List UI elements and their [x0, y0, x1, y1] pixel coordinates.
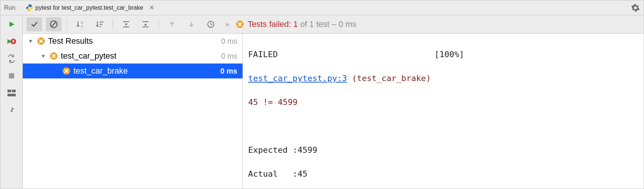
next-failed-button[interactable]	[184, 17, 199, 31]
run-tab[interactable]: pytest for test_car_pytest.test_car_brak…	[24, 0, 156, 15]
tree-test[interactable]: test_car_brake 0 ms	[23, 63, 243, 78]
tree-time: 0 ms	[220, 67, 237, 75]
svg-rect-13	[123, 27, 129, 27]
tree-module[interactable]: ▼ test_car_pytest 0 ms	[23, 49, 243, 63]
pin-button[interactable]	[6, 105, 17, 115]
svg-rect-6	[12, 90, 16, 92]
toggle-auto-test-button[interactable]	[6, 53, 17, 64]
console-line: [100%]	[434, 49, 464, 61]
tree-root[interactable]: ▼ Test Results 0 ms	[23, 34, 243, 49]
fail-icon	[50, 52, 58, 60]
sort-alpha-button[interactable]: az	[72, 17, 88, 31]
console-line: 45 != 4599	[248, 96, 297, 108]
stop-button[interactable]	[6, 71, 17, 81]
svg-point-1	[30, 10, 31, 10]
summary-time: – 0 ms	[329, 19, 356, 29]
tree-label: test_car_brake	[74, 66, 220, 76]
expand-all-button[interactable]	[118, 17, 134, 31]
fail-icon	[37, 37, 45, 45]
chevron-down-icon[interactable]: ▼	[28, 38, 35, 44]
tree-label: Test Results	[48, 36, 221, 46]
run-gutter: 9	[0, 15, 23, 189]
separator	[113, 19, 113, 30]
header: Run: pytest for test_car_pytest.test_car…	[0, 0, 644, 15]
run-button[interactable]	[6, 19, 17, 30]
sort-duration-button[interactable]	[92, 17, 107, 31]
rerun-failed-button[interactable]: 9	[6, 36, 17, 47]
collapse-all-button[interactable]	[138, 17, 153, 31]
console-line: Expected :4599	[248, 144, 317, 156]
svg-text:a: a	[81, 21, 83, 24]
console-output[interactable]: FAILED[100%] test_car_pytest.py:3 (test_…	[243, 34, 644, 189]
layout-button[interactable]	[6, 88, 17, 98]
chevron-right-icon[interactable]: »	[225, 21, 229, 28]
close-icon[interactable]: ✕	[149, 4, 154, 11]
svg-point-0	[28, 5, 29, 6]
summary-of: of 1 test	[298, 19, 329, 29]
separator	[159, 19, 159, 30]
run-tab-title: pytest for test_car_pytest.test_car_brak…	[35, 4, 143, 11]
run-label: Run:	[4, 4, 17, 11]
show-passed-button[interactable]	[26, 17, 42, 31]
tree-label: test_car_pytest	[61, 51, 221, 61]
svg-rect-12	[123, 21, 129, 22]
tree-time: 0 ms	[221, 52, 237, 61]
svg-text:z: z	[81, 24, 83, 28]
console-line: (test_car_brake)	[347, 72, 431, 84]
summary-prefix: Tests failed:	[248, 19, 293, 29]
file-link[interactable]: test_car_pytest.py:3	[248, 72, 347, 84]
svg-line-9	[51, 22, 56, 27]
history-button[interactable]	[203, 17, 219, 31]
svg-rect-15	[143, 27, 149, 27]
gear-icon[interactable]	[631, 3, 640, 12]
console-line: FAILED	[248, 49, 278, 61]
show-ignored-button[interactable]	[46, 17, 62, 31]
python-icon	[26, 4, 33, 12]
fail-icon	[236, 20, 244, 28]
svg-text:9: 9	[12, 39, 14, 44]
tree-time: 0 ms	[221, 37, 237, 46]
fail-icon	[62, 67, 71, 75]
console-line: Actual :45	[248, 168, 307, 180]
test-summary: Tests failed: 1 of 1 test – 0 ms	[236, 19, 356, 29]
test-tree[interactable]: ▼ Test Results 0 ms ▼ test_car_pytest 0 …	[23, 34, 243, 189]
prev-failed-button[interactable]	[164, 17, 180, 31]
svg-rect-4	[9, 73, 14, 78]
separator	[67, 19, 67, 30]
svg-rect-7	[7, 94, 16, 96]
test-toolbar: az	[23, 15, 644, 34]
chevron-down-icon[interactable]: ▼	[41, 53, 47, 59]
svg-rect-5	[7, 90, 11, 92]
svg-rect-14	[143, 21, 149, 22]
summary-count: 1	[293, 19, 298, 29]
